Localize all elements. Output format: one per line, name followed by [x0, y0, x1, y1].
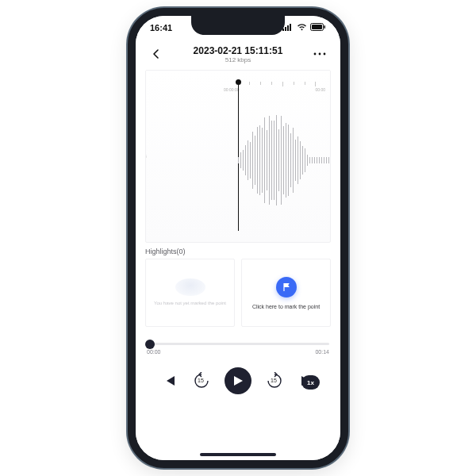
progress-thumb[interactable]	[145, 340, 155, 349]
prev-track-button[interactable]	[161, 372, 178, 390]
mark-point-card[interactable]: Click here to mark the point	[241, 259, 331, 327]
mark-hint-text: Click here to mark the point	[252, 304, 320, 309]
play-icon	[233, 375, 244, 386]
header-center: 2023-02-21 15:11:51 512 kbps	[166, 45, 310, 63]
waveform-bars	[146, 94, 330, 226]
skip-back-icon	[163, 375, 176, 386]
flag-icon	[282, 282, 291, 292]
svg-rect-5	[312, 25, 322, 29]
mark-flag-button[interactable]	[276, 277, 297, 298]
svg-rect-2	[287, 25, 289, 31]
waveform-panel[interactable]: 0dB 00:00:00 00:00	[145, 70, 331, 243]
page-title: 2023-02-21 15:11:51	[166, 45, 310, 56]
speed-value: 1x	[307, 379, 314, 386]
svg-rect-6	[324, 25, 326, 29]
more-button[interactable]	[310, 44, 329, 63]
ruler-start: 00:00:00	[224, 87, 239, 92]
svg-rect-1	[285, 27, 286, 31]
body: 0dB 00:00:00 00:00 Hig	[136, 67, 340, 460]
time-total: 00:14	[315, 349, 329, 355]
home-indicator[interactable]	[200, 453, 276, 456]
time-row: 00:00 00:14	[147, 349, 329, 355]
phone-frame: 16:41 2023-02-21 15:11:51 512 kbps	[128, 8, 348, 468]
status-right	[282, 23, 326, 33]
empty-text: You have not yet marked the point	[154, 301, 226, 306]
more-horizontal-icon	[313, 52, 326, 56]
empty-illustration	[175, 278, 205, 296]
screen: 16:41 2023-02-21 15:11:51 512 kbps	[136, 16, 340, 460]
svg-point-8	[319, 53, 321, 56]
ruler-end: 00:00	[315, 87, 325, 92]
highlights-row: You have not yet marked the point Click …	[145, 259, 331, 327]
rewind-15-button[interactable]: 15	[193, 372, 210, 390]
svg-point-7	[314, 53, 317, 56]
forward-15-button[interactable]: 15	[266, 372, 283, 390]
notch	[191, 16, 285, 35]
status-time: 16:41	[150, 23, 172, 33]
svg-point-9	[324, 53, 326, 56]
chevron-left-icon	[151, 48, 162, 60]
highlights-label: Highlights(0)	[145, 248, 331, 255]
controls-wrap: 15 15 1x	[145, 355, 331, 390]
svg-rect-3	[290, 24, 291, 31]
progress-track[interactable]	[147, 343, 329, 345]
back-button[interactable]	[147, 44, 166, 63]
empty-highlights-card: You have not yet marked the point	[145, 259, 235, 327]
page-subtitle: 512 kbps	[166, 56, 310, 63]
forward-seconds: 15	[271, 378, 277, 383]
playback-speed-button[interactable]: 1x	[301, 375, 320, 390]
time-current: 00:00	[147, 349, 161, 355]
header: 2023-02-21 15:11:51 512 kbps	[136, 40, 340, 67]
progress-section: 00:00 00:14	[145, 343, 331, 355]
play-button[interactable]	[225, 367, 251, 394]
rewind-seconds: 15	[198, 378, 204, 383]
wifi-icon	[297, 23, 307, 33]
battery-icon	[310, 23, 326, 33]
